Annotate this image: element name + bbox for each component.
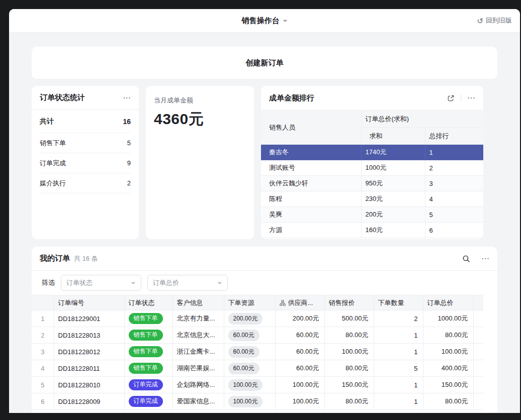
orders-table: 订单编号 订单状态 客户信息 下单资源 供应商... <box>32 295 483 410</box>
order-total: 80.00元 <box>423 327 473 344</box>
col-sum: 求和 <box>361 128 425 145</box>
customer: 北京有力量... <box>172 310 224 327</box>
quantity: 2 <box>374 310 423 327</box>
my-orders-title-group: 我的订单 共 16 条 <box>40 254 462 263</box>
order-id: DD181228011 <box>54 360 124 377</box>
quantity: 5 <box>374 360 423 377</box>
col-rank: 总排行 <box>425 128 483 145</box>
supplier-price: 100.00元 <box>275 393 324 410</box>
row-index: 2 <box>32 327 54 344</box>
status-badge: 订单完成 <box>129 379 163 390</box>
more-icon[interactable]: ⋯ <box>123 94 131 102</box>
ranking-row[interactable]: 陈程 230元 4 <box>261 191 483 207</box>
filter-row: 筛选 订单状态 订单总价 <box>32 271 497 295</box>
order-id: DD181228012 <box>54 344 124 360</box>
col-row-index <box>32 295 54 310</box>
dashboard-content: 创建新订单 订单状态统计 ⋯ 共计 16 销售下单 5 订单完成 <box>9 33 520 413</box>
more-icon[interactable]: ⋯ <box>467 94 475 102</box>
customer: 浙江金鹰卡... <box>172 344 224 360</box>
order-id: DD181229001 <box>54 310 124 327</box>
orders-table-header: 订单编号 订单状态 客户信息 下单资源 供应商... <box>32 295 483 310</box>
filter-order-status-select[interactable]: 订单状态 <box>61 275 141 291</box>
amount-ranking-header: 成单金额排行 ⋯ <box>261 86 483 110</box>
ranking-table-header: 销售人员 订单总价(求和) 求和 总排行 <box>261 111 483 145</box>
app-title-dropdown[interactable]: 销售操作台 <box>242 16 288 26</box>
monthly-amount-label: 当月成单金额 <box>154 96 246 105</box>
ranking-row[interactable]: 伙伴云魏少轩 950元 3 <box>261 176 483 191</box>
order-row[interactable]: 5 DD181228010 订单完成 企划路网络... 100.00元 100.… <box>32 377 483 393</box>
order-id: DD181228009 <box>54 393 124 410</box>
salesperson-name: 方源 <box>261 223 361 238</box>
stub-cell <box>473 377 483 393</box>
stub-cell <box>473 310 483 327</box>
ranking-row[interactable]: 吴爽 200元 5 <box>261 207 483 223</box>
back-to-old-version-link[interactable]: ↺ 回到旧版 <box>477 9 512 32</box>
order-status-stats-title: 订单状态统计 <box>40 93 85 102</box>
top-bar: 销售操作台 ↺ 回到旧版 <box>9 9 520 33</box>
quantity: 1 <box>374 344 423 360</box>
order-status-stats-panel: 订单状态统计 ⋯ 共计 16 销售下单 5 订单完成 9 媒介执行 2 <box>32 86 139 239</box>
export-icon[interactable] <box>447 94 455 102</box>
rank-number: 1 <box>425 145 483 160</box>
row-index: 3 <box>32 344 54 360</box>
stat-value: 5 <box>127 139 131 147</box>
ranking-row[interactable]: 测试账号 1000元 2 <box>261 160 483 176</box>
order-row[interactable]: 6 DD181228009 订单完成 爱国家信息... 100.00元 100.… <box>32 393 483 410</box>
stat-label: 销售下单 <box>40 139 66 148</box>
resource-tag: 60.00元 <box>228 330 259 341</box>
order-row[interactable]: 4 DD181228011 销售下单 湖南芒果娱... 60.00元 60.00… <box>32 360 483 377</box>
resource-tag: 100.00元 <box>228 379 263 391</box>
order-status-cell: 销售下单 <box>124 344 172 360</box>
col-order-id: 订单编号 <box>54 295 124 310</box>
order-id: DD181228010 <box>54 377 124 393</box>
more-icon[interactable]: ⋯ <box>481 255 489 263</box>
col-salesperson: 销售人员 <box>261 111 361 145</box>
status-badge: 销售下单 <box>129 346 163 357</box>
create-order-button[interactable]: 创建新订单 <box>32 47 497 79</box>
rank-number: 5 <box>425 207 483 223</box>
col-order-total: 订单总价 <box>423 295 473 310</box>
order-status-cell: 销售下单 <box>124 327 172 344</box>
stat-row: 媒介执行 2 <box>40 173 131 193</box>
salesperson-name: 伙伴云魏少轩 <box>261 176 361 191</box>
sales-price: 150.00元 <box>324 377 374 393</box>
my-orders-panel: 我的订单 共 16 条 ⋯ 筛选 订单状态 <box>32 247 497 413</box>
row-index: 6 <box>32 393 54 410</box>
customer: 爱国家信息... <box>172 393 224 410</box>
supplier-price: 60.00元 <box>275 344 324 360</box>
search-icon[interactable] <box>462 255 470 263</box>
resource-tag: 100.00元 <box>228 396 263 407</box>
ranking-header-icons: ⋯ <box>447 94 475 102</box>
resource-cell: 60.00元 <box>224 360 275 377</box>
order-row[interactable]: 1 DD181229001 销售下单 北京有力量... 200.00元 200.… <box>32 310 483 327</box>
create-order-label: 创建新订单 <box>246 58 284 68</box>
order-row[interactable]: 3 DD181228012 销售下单 浙江金鹰卡... 60.00元 60.00… <box>32 344 483 360</box>
col-resource: 下单资源 <box>224 295 275 310</box>
sales-price: 80.00元 <box>324 393 374 410</box>
order-row[interactable]: 2 DD181228013 销售下单 北京信息大... 60.00元 60.00… <box>32 327 483 344</box>
stats-panels-row: 订单状态统计 ⋯ 共计 16 销售下单 5 订单完成 9 媒介执行 2 <box>32 86 497 239</box>
resource-cell: 100.00元 <box>224 377 275 393</box>
sales-price: 80.00元 <box>324 360 374 377</box>
order-total: 100.00元 <box>423 344 473 360</box>
ranking-row[interactable]: 方源 160元 6 <box>261 223 483 238</box>
supplier-price: 100.00元 <box>275 377 324 393</box>
stub-cell <box>473 327 483 344</box>
filter-order-total-select[interactable]: 订单总价 <box>147 275 228 291</box>
status-badge: 订单完成 <box>129 396 163 407</box>
resource-tag: 60.00元 <box>228 363 259 374</box>
row-index: 1 <box>32 310 54 327</box>
filter-label: 筛选 <box>42 278 55 287</box>
stub-cell <box>473 344 483 360</box>
sum-amount: 200元 <box>361 207 425 223</box>
quantity: 1 <box>374 327 423 344</box>
col-total-price-group: 订单总价(求和) <box>361 111 483 128</box>
my-orders-icons: ⋯ <box>462 255 489 263</box>
ranking-row-selected[interactable]: 秦吉冬 1740元 1 <box>261 145 483 160</box>
stat-label: 订单完成 <box>40 159 66 168</box>
order-status-cell: 订单完成 <box>124 377 172 393</box>
sum-amount: 230元 <box>361 191 425 207</box>
supplier-price: 60.00元 <box>275 360 324 377</box>
order-status-cell: 销售下单 <box>124 360 172 377</box>
sum-amount: 950元 <box>361 176 425 191</box>
